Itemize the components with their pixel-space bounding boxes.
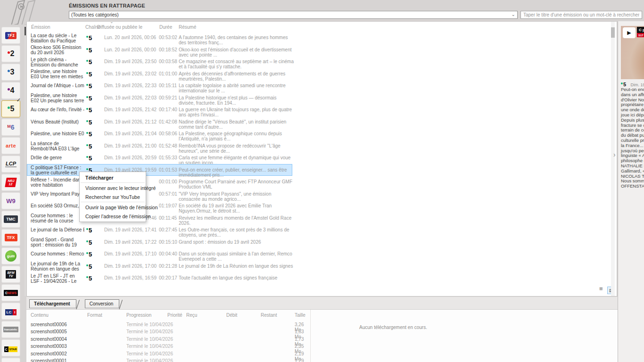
column-header[interactable]: Résumé xyxy=(179,25,196,30)
sidebar-channel-france4[interactable]: 4 xyxy=(1,82,20,99)
france5-logo: 5 xyxy=(8,105,15,113)
download-row[interactable]: screenshot00003Terminé le 10/04/20262,35… xyxy=(26,343,309,350)
category-select[interactable]: (Toutes les catégories) ⌄ xyxy=(69,11,518,19)
cnews-logo: CNEWS xyxy=(4,290,18,296)
downloads-column-header[interactable]: Progression xyxy=(126,313,151,318)
table-row[interactable]: Au cœur de l'info, l'invité - And...5Dim… xyxy=(27,104,609,116)
table-row-selected[interactable]: C politique S17 France : la guerre cultu… xyxy=(27,164,292,176)
channel-badge: 5 xyxy=(86,82,92,90)
table-row[interactable]: Palestine, une histoire E01 Une t...5Dim… xyxy=(27,128,609,140)
table-row[interactable]: Vénus Beauté (Institut)5Dim. 19 avril 20… xyxy=(27,116,609,128)
sidebar-channel-gulli[interactable]: gulli xyxy=(1,247,20,264)
sidebar-channel-lcp[interactable]: LCP xyxy=(1,156,20,173)
m6-logo: M6 xyxy=(7,123,14,131)
france5-dot-icon xyxy=(86,264,88,266)
sidebar-channel-cstar[interactable]: CSTAR xyxy=(1,339,20,356)
show-title: Palestine, une histoire E03 Une terre en… xyxy=(31,69,84,79)
table-row[interactable]: Course hommes : Remco Evene...5Dim. 19 a… xyxy=(27,248,609,260)
france5-dot-icon xyxy=(86,36,88,38)
sidebar-channel-tmc[interactable]: TMC xyxy=(1,211,20,228)
sidebar-channel-france5[interactable]: 5✓ xyxy=(1,100,20,117)
show-title: Palestine, une histoire E01 Une t... xyxy=(31,131,84,136)
download-status: Terminé le 10/04/2026 xyxy=(126,329,173,334)
sidebar-channel-cnews[interactable]: CNEWS xyxy=(1,284,20,301)
sidebar-channel-m6[interactable]: M6 xyxy=(1,119,20,136)
show-date: Lun. 20 avril 2026, 00:06 xyxy=(104,35,156,40)
sidebar-scrollbar[interactable] xyxy=(25,27,26,296)
downloads-column-header[interactable]: Reçu xyxy=(186,313,197,318)
sidebar-channel-w9[interactable]: W9 xyxy=(1,192,20,209)
table-row[interactable]: Le pitch cinéma - Émission du dimanche 1… xyxy=(27,56,609,68)
download-row[interactable]: screenshot00001Terminé le 10/04/20261,29… xyxy=(26,357,309,362)
downloads-column-header[interactable]: Priorité xyxy=(167,313,182,318)
show-date: Dim. 19 avril 2026, 23:02 xyxy=(104,71,157,76)
show-duration: 00:03:58 xyxy=(159,59,177,64)
download-name: screenshot00001 xyxy=(31,358,67,362)
context-menu-item[interactable]: Télécharger xyxy=(80,173,146,182)
list-scrollbar[interactable] xyxy=(611,22,615,296)
france5-dot-icon xyxy=(86,132,88,134)
sidebar-channel-france2[interactable]: 2 xyxy=(1,45,20,62)
show-duration: 00:27:45 xyxy=(159,227,177,232)
check-icon: ✓ xyxy=(17,97,21,103)
download-row[interactable]: screenshot00004Terminé le 10/04/20261,73… xyxy=(26,336,309,343)
sidebar-channel-tf1[interactable]: TF1 xyxy=(1,27,20,44)
list-scrollbar-thumb[interactable] xyxy=(611,27,615,38)
table-row[interactable]: Le journal de 19h de La Réunion en langu… xyxy=(27,260,609,272)
sidebar-channel-arte[interactable]: arte xyxy=(1,137,20,154)
download-row[interactable]: screenshot00006Terminé le 10/04/20263,26… xyxy=(26,321,309,328)
arte-logo: arte xyxy=(6,143,16,148)
show-title: Le journal de 19h de La Réunion en langu… xyxy=(31,261,84,272)
download-status: Terminé le 10/04/2026 xyxy=(126,351,173,356)
tfx-logo: TFX xyxy=(5,234,17,241)
menu-separator xyxy=(81,182,145,183)
show-date: Dim. 19 avril 2026, 21:04 xyxy=(104,131,157,136)
column-header[interactable]: Émission xyxy=(31,25,50,30)
tab-conversion[interactable]: Conversion xyxy=(85,299,120,308)
context-menu-item[interactable]: Copier l'adresse de l'émission xyxy=(80,212,146,221)
sidebar-channel-franceinfo[interactable]: franceinfo: xyxy=(1,321,20,338)
sidebar-channel-nrj12[interactable]: NRJ12 xyxy=(1,174,20,191)
download-row[interactable]: screenshot00005Terminé le 10/04/20261,63… xyxy=(26,328,309,335)
column-header[interactable]: Durée xyxy=(159,25,172,30)
channel-badge: 5 xyxy=(86,58,92,66)
sidebar-channel-partial[interactable] xyxy=(1,358,20,362)
context-menu-item[interactable]: Visionner avec le lecteur intégré xyxy=(80,183,146,192)
sidebar-channel-lci[interactable]: LCI xyxy=(1,303,20,320)
download-name: screenshot00006 xyxy=(31,322,67,327)
table-row[interactable]: Grand Sport - Grand sport : émission du … xyxy=(27,236,609,248)
context-menu-item[interactable]: Ouvrir la page Web de l'émission xyxy=(80,203,146,212)
table-row[interactable]: La séance de Rembob'INA E03 L'âge heureu… xyxy=(27,140,609,152)
download-name: screenshot00005 xyxy=(31,329,67,334)
downloads-column-header[interactable]: Format xyxy=(87,313,102,318)
column-header[interactable]: Diffusée ou publiée le xyxy=(97,25,142,30)
sidebar-scrollbar-thumb[interactable] xyxy=(25,27,26,35)
tab-telechargement[interactable]: Téléchargement xyxy=(29,299,76,308)
table-row[interactable]: La case du siècle - Le Bataillon du Paci… xyxy=(27,32,609,44)
preview-thumbnail[interactable]: ▶ C p S17 xyxy=(621,26,644,79)
downloads-column-header[interactable]: Contenu xyxy=(31,313,49,318)
france5-dot-icon xyxy=(86,168,88,170)
list-view-icon[interactable]: ≡ xyxy=(599,285,603,292)
context-menu-item[interactable]: Rechercher sur YouTube xyxy=(80,192,146,201)
preview-description: Peut-on encore dans un affron d'Olivier … xyxy=(621,87,644,189)
table-row[interactable]: Palestine, une histoire E03 Une terre en… xyxy=(27,68,609,80)
download-row[interactable]: screenshot00002Terminé le 10/04/20262,19… xyxy=(26,350,309,357)
table-row[interactable]: Okoo-koo S06 Emission du 20 avril 20265L… xyxy=(27,44,609,56)
show-duration: 00:17:40 xyxy=(159,107,177,112)
table-row[interactable]: Palestine, une histoire E02 Un peuple sa… xyxy=(27,92,609,104)
table-row[interactable]: Le journal de la Défense E04 Se..5Dim. 1… xyxy=(27,224,609,236)
sidebar-channel-france3[interactable]: 3 xyxy=(1,64,20,81)
chevron-right-icon[interactable]: › xyxy=(613,151,616,158)
downloads-column-header[interactable]: Restant xyxy=(261,313,277,318)
table-row[interactable]: Le JT en LSF - JT en LSF - 19/04/2026 - … xyxy=(27,272,609,284)
downloads-column-header[interactable]: Débit xyxy=(226,313,237,318)
downloads-column-header[interactable]: Taille xyxy=(295,313,305,318)
sidebar-channel-bfmtv[interactable]: BFMTV xyxy=(1,266,20,283)
search-input[interactable] xyxy=(520,11,642,19)
tf1-logo: TF1 xyxy=(5,32,17,39)
table-row[interactable]: Journal de l'Afrique - Lomé se v...5Dim.… xyxy=(27,80,609,92)
sidebar-channel-tfx[interactable]: TFX xyxy=(1,229,20,246)
table-row[interactable]: Drôle de genre5Dim. 19 avril 2026, 20:59… xyxy=(27,152,609,164)
downloads-table: ContenuFormatProgressionPrioritéReçuDébi… xyxy=(26,309,618,362)
